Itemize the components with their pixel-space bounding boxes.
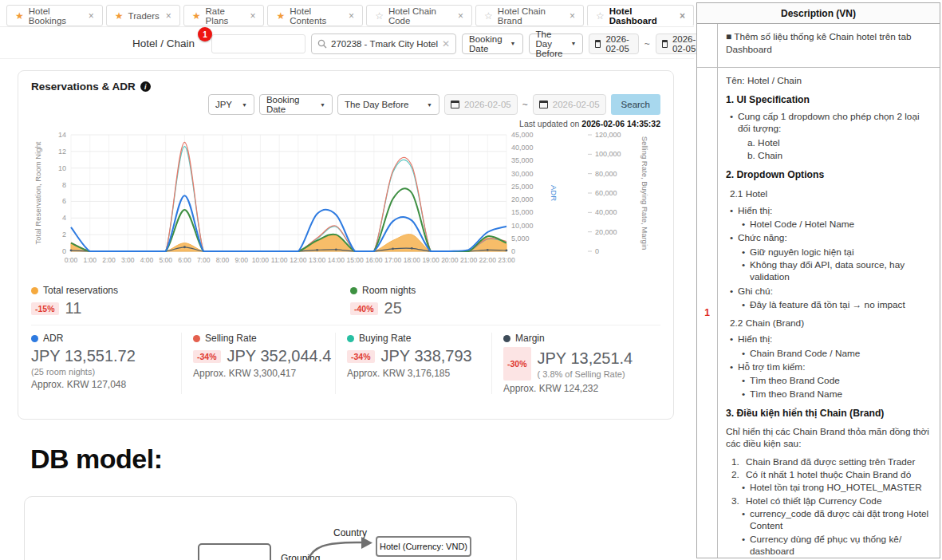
svg-text:20,000: 20,000 (595, 228, 617, 236)
svg-text:2:00: 2:00 (102, 256, 116, 264)
svg-text:22:00: 22:00 (479, 256, 497, 264)
svg-text:17:00: 17:00 (384, 256, 402, 264)
chart-date-type-select[interactable]: Booking Date▼ (259, 94, 333, 115)
svg-text:5,000: 5,000 (511, 235, 530, 243)
desc-block: 2.2 Chain (Brand) (726, 317, 932, 329)
desc-block: Hiển thị: (726, 333, 932, 345)
desc-block: Hiển thị: (726, 205, 932, 217)
hotel-chain-input[interactable] (211, 34, 305, 53)
star-icon[interactable]: ★ (15, 11, 24, 21)
tab-label: Hotel Chain Brand (498, 6, 563, 26)
legend-dot-icon (350, 287, 357, 294)
svg-text:23:00: 23:00 (498, 256, 515, 264)
stat-buying-rate: Buying Rate-34%JPY 338,793Approx. KRW 3,… (335, 333, 491, 394)
svg-text:40,000: 40,000 (511, 144, 534, 152)
tab-close-icon[interactable]: × (250, 10, 255, 22)
main-area: ★Hotel Bookings×★Traders×★Rate Plans×★Ho… (0, 0, 694, 560)
chart-date-to-field[interactable]: 2026-02-05 (533, 94, 606, 115)
annotation-badge: 1 (198, 27, 212, 41)
stat-margin: Margin-30%JPY 13,251.4( 3.8% of Selling … (491, 333, 660, 394)
svg-text:15:00: 15:00 (346, 256, 364, 264)
desc-block: Không thay đổi API, data source, hay val… (726, 259, 932, 284)
star-icon[interactable]: ★ (192, 11, 201, 21)
legend-dot-icon (503, 335, 510, 342)
svg-text:6: 6 (62, 197, 66, 205)
hotel-search-value: 270238 - Tmark City Hotel Tc (331, 39, 438, 49)
star-icon[interactable]: ☆ (484, 11, 493, 21)
chart-date-to-value: 2026-02-05 (553, 100, 600, 109)
db-model-diagram: Grouping Country Hotel (Currency: VND) (24, 496, 517, 560)
tab-close-icon[interactable]: × (458, 10, 463, 22)
tab-label: Traders (128, 11, 160, 21)
svg-text:8:00: 8:00 (216, 256, 230, 264)
desc-block: 3.Hotel có thiết lập Currency Code (726, 495, 932, 507)
panel-summary-text: ■ Thêm số liệu thống kê Chain hotel trên… (718, 24, 940, 67)
star-icon[interactable]: ☆ (596, 11, 605, 21)
svg-text:4: 4 (62, 214, 66, 222)
tab-close-icon[interactable]: × (349, 10, 354, 22)
star-icon[interactable]: ☆ (375, 11, 384, 21)
tab-hotel-contents[interactable]: ★Hotel Contents× (267, 5, 363, 26)
tab-close-icon[interactable]: × (89, 10, 94, 22)
tab-hotel-chain-code[interactable]: ☆Hotel Chain Code× (366, 5, 472, 26)
diagram-arrow (304, 532, 376, 560)
tab-close-icon[interactable]: × (680, 10, 685, 22)
svg-text:ADR: ADR (550, 185, 558, 201)
tab-rate-plans[interactable]: ★Rate Plans× (183, 5, 265, 26)
tab-hotel-bookings[interactable]: ★Hotel Bookings× (6, 5, 103, 26)
svg-text:2: 2 (62, 231, 66, 239)
tab-hotel-chain-brand[interactable]: ☆Hotel Chain Brand× (475, 5, 584, 26)
chart-date-from-value: 2026-02-05 (464, 100, 511, 109)
svg-text:100,000: 100,000 (595, 150, 621, 158)
panel-row-number-cell (697, 24, 718, 67)
currency-value: JPY (215, 100, 232, 109)
star-icon[interactable]: ★ (115, 11, 124, 21)
chevron-down-icon: ▼ (320, 102, 325, 108)
chevron-down-icon: ▼ (242, 102, 247, 108)
tab-bar-divider (0, 26, 694, 27)
tab-label: Hotel Bookings (29, 6, 82, 26)
hotel-search-box[interactable]: 270238 - Tmark City Hotel Tc ✕ (311, 34, 456, 54)
svg-text:10,000: 10,000 (511, 222, 534, 230)
date-from-field[interactable]: 2026-02-05 (589, 34, 638, 54)
tab-traders[interactable]: ★Traders× (106, 5, 180, 26)
stat-label: Selling Rate (205, 333, 257, 344)
svg-text:8: 8 (62, 181, 66, 189)
svg-text:14: 14 (58, 131, 66, 139)
chevron-down-icon: ▼ (570, 41, 576, 46)
legend-dot-icon (347, 335, 354, 342)
stat-label: Total reservations (43, 285, 118, 296)
desc-block: Cung cấp 1 dropdown cho phép chọn 2 loại… (726, 111, 932, 136)
stat-room-nights: Room nights-40%25 (350, 285, 660, 317)
svg-text:20,000: 20,000 (511, 195, 534, 203)
calendar-icon (451, 101, 459, 108)
svg-text:18:00: 18:00 (404, 256, 421, 264)
svg-text:80,000: 80,000 (595, 170, 617, 178)
currency-select[interactable]: JPY▼ (208, 94, 254, 115)
svg-text:11:00: 11:00 (271, 256, 288, 264)
info-icon[interactable]: i (140, 81, 151, 92)
period-select[interactable]: The Day Before▼ (529, 34, 584, 54)
date-type-select[interactable]: Booking Date▼ (462, 34, 523, 54)
svg-text:16:00: 16:00 (365, 256, 383, 264)
date-range-separator: ~ (522, 99, 528, 110)
svg-text:21:00: 21:00 (460, 256, 478, 264)
chart-search-button[interactable]: Search (611, 94, 660, 115)
svg-text:10: 10 (58, 164, 66, 172)
panel-header: Description (VN) (697, 3, 940, 24)
star-icon[interactable]: ★ (276, 11, 285, 21)
desc-block: Hotel Code / Hotel Name (726, 219, 932, 231)
chart-period-select[interactable]: The Day Before▼ (337, 94, 439, 115)
panel-row-summary: ■ Thêm số liệu thống kê Chain hotel trên… (697, 24, 940, 68)
hotel-chain-label: Hotel / Chain 1 (132, 37, 195, 49)
chart-date-from-field[interactable]: 2026-02-05 (444, 94, 518, 115)
clear-icon[interactable]: ✕ (442, 38, 450, 49)
tab-hotel-dashboard[interactable]: ☆Hotel Dashboard× (587, 5, 694, 26)
svg-text:9:00: 9:00 (235, 256, 248, 264)
svg-text:0: 0 (511, 247, 515, 255)
date-type-value: Booking Date (469, 34, 503, 53)
tab-label: Rate Plans (206, 6, 244, 26)
tab-close-icon[interactable]: × (166, 10, 171, 22)
tab-close-icon[interactable]: × (570, 10, 575, 22)
desc-block: Currency dùng để phục vụ thống kê/ dashb… (726, 534, 932, 558)
